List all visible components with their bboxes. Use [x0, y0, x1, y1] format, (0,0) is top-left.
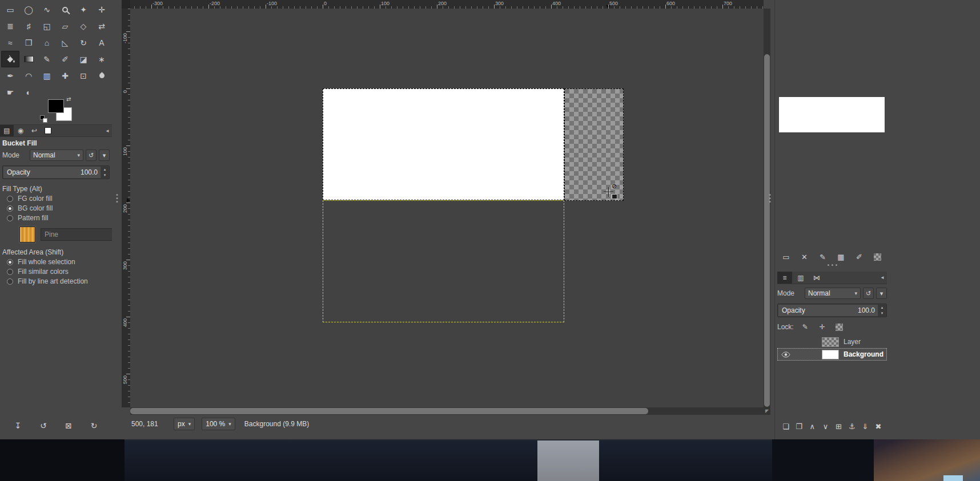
horizontal-scroll-thumb[interactable]	[130, 408, 648, 414]
layer-mode-select[interactable]: Normal ▾	[805, 288, 861, 299]
swap-colors-icon[interactable]: ⇄	[66, 96, 71, 102]
opacity-spinner[interactable]: ▴▾	[101, 167, 109, 178]
zoom-select[interactable]: 100 % ▾	[202, 418, 235, 430]
radio-fill-type-bg-color-fill[interactable]: BG color fill	[7, 204, 112, 212]
layer-mode-reset-button[interactable]: ↺	[863, 288, 874, 299]
layer-opacity-slider[interactable]: Opacity 100.0 ▴▾	[777, 304, 887, 317]
tool-perspective-clone[interactable]: ⊡	[74, 67, 93, 84]
tool-handle-transform[interactable]: ◇	[74, 18, 93, 34]
rectangle-icon-button[interactable]: ▭	[780, 250, 793, 263]
tool-rectangle-select[interactable]: ▭	[1, 1, 19, 18]
layer-row-layer[interactable]: Layer	[777, 336, 887, 348]
anchor-layer-button[interactable]: ⚓	[846, 420, 858, 433]
tool-ellipse-select[interactable]: ◯	[19, 1, 38, 18]
layer-thumbnail[interactable]	[822, 337, 839, 347]
save-tool-preset-button[interactable]: ↧	[10, 419, 25, 433]
edit-icon-button[interactable]: ✎	[816, 250, 829, 263]
default-colors-icon[interactable]	[40, 115, 49, 124]
tool-alignment[interactable]: ≣	[1, 18, 19, 34]
tab-tool-options[interactable]: ▤	[0, 125, 14, 136]
radio-affected-fill-by-line-art-detection[interactable]: Fill by line art detection	[7, 277, 112, 285]
layers-dock-menu-button[interactable]: ◄	[878, 272, 887, 284]
lock-pixels-icon[interactable]: ✎	[800, 322, 811, 332]
tool-flip[interactable]: ⇄	[93, 18, 111, 34]
tool-eraser[interactable]: ◪	[74, 51, 93, 67]
new-layer-button[interactable]: ❏	[780, 420, 792, 433]
grid-view-icon-button[interactable]: ▦	[834, 250, 848, 263]
dock-menu-button[interactable]: ◄	[103, 125, 112, 136]
mode-select[interactable]: Normal ▾	[30, 149, 83, 161]
reset-tool-options-button[interactable]: ↻	[87, 419, 102, 433]
radio-fill-type-fg-color-fill[interactable]: FG color fill	[7, 195, 112, 203]
lower-layer-button[interactable]: ∨	[819, 420, 832, 433]
restore-tool-preset-button[interactable]: ↺	[36, 419, 51, 433]
tool-dodge-burn[interactable]: ◐	[19, 84, 38, 100]
right-dock-splitter[interactable]	[765, 0, 774, 439]
lock-position-icon[interactable]: ✛	[817, 322, 828, 332]
raise-layer-button[interactable]: ∧	[806, 420, 818, 433]
layer-row-background[interactable]: Background	[777, 348, 887, 361]
delete-tool-preset-button[interactable]: ⊠	[61, 419, 76, 433]
tool-unified-transform[interactable]: ◱	[38, 18, 56, 34]
tab-paths[interactable]: ⋈	[809, 272, 824, 284]
tool-shear[interactable]: ▱	[56, 18, 74, 34]
tool-ink[interactable]: ✒	[1, 67, 19, 84]
lock-alpha-icon[interactable]	[834, 322, 845, 332]
tool-3d-transform[interactable]: ❒	[19, 34, 38, 51]
tool-warp-transform[interactable]: ≈	[1, 34, 19, 51]
tool-gradient[interactable]	[19, 51, 38, 67]
tool-airbrush[interactable]: ∗	[93, 51, 111, 67]
new-group-button[interactable]: ❐	[793, 420, 805, 433]
tab-channels[interactable]: ▥	[793, 272, 808, 284]
visibility-toggle[interactable]	[777, 351, 794, 358]
image-white-region[interactable]	[323, 88, 564, 200]
tool-zoom[interactable]	[56, 1, 74, 18]
tab-undo-history[interactable]: ↩	[27, 125, 41, 136]
radio-affected-fill-similar-colors[interactable]: Fill similar colors	[7, 268, 112, 276]
tool-fuzzy-select[interactable]: ✦	[74, 1, 93, 18]
splitter-grip-icon[interactable]	[116, 194, 118, 203]
horizontal-scrollbar[interactable]	[130, 407, 764, 415]
tool-cage-transform[interactable]: ⌂	[38, 34, 56, 51]
pattern-icon-button[interactable]	[871, 250, 884, 263]
tool-smudge[interactable]: ☛	[1, 84, 19, 100]
opacity-spinner[interactable]: ▴▾	[878, 305, 886, 316]
merge-down-button[interactable]: ⇓	[859, 420, 871, 433]
tab-pointer[interactable]: ◉	[14, 125, 27, 136]
tool-pencil[interactable]: ✎	[38, 51, 56, 67]
duplicate-layer-button[interactable]: ⊞	[833, 420, 845, 433]
radio-affected-fill-whole-selection[interactable]: Fill whole selection	[7, 258, 112, 266]
delete-layer-button[interactable]: ✖	[872, 420, 885, 433]
canvas-viewport[interactable]: ⊘	[130, 9, 764, 407]
tab-fg-bg-color[interactable]	[41, 125, 55, 136]
mode-menu-button[interactable]: ▾	[99, 149, 110, 161]
splitter-grip-icon[interactable]	[769, 194, 770, 203]
radio-fill-type-pattern-fill[interactable]: Pattern fill	[7, 214, 112, 222]
tool-text[interactable]: A	[93, 34, 111, 51]
tool-clone[interactable]: ▥	[38, 67, 56, 84]
layer-thumbnail[interactable]	[822, 350, 839, 359]
layer-mode-menu-button[interactable]: ▾	[876, 288, 887, 299]
foreground-color-swatch[interactable]	[48, 99, 64, 113]
tool-blur-sharpen[interactable]	[93, 67, 111, 84]
tool-perspective[interactable]: ◺	[56, 34, 74, 51]
tool-paintbrush[interactable]: ✐	[56, 51, 74, 67]
pattern-swatch[interactable]	[19, 227, 35, 242]
tool-mypaint-brush[interactable]: ◠	[19, 67, 38, 84]
opacity-slider[interactable]: Opacity 100.0 ▴▾	[2, 165, 110, 179]
desktop-gray-patch	[537, 440, 599, 481]
tool-rotate[interactable]: ↻	[74, 34, 93, 51]
tool-heal[interactable]: ✚	[56, 67, 74, 84]
tool-crop[interactable]: ♯	[19, 18, 38, 34]
left-dock-splitter[interactable]	[112, 0, 122, 439]
brush-icon-button[interactable]: ✐	[853, 250, 866, 263]
tab-layers[interactable]: ≡	[777, 272, 792, 284]
tool-bucket-fill[interactable]	[1, 51, 19, 67]
unit-select[interactable]: px ▾	[174, 418, 195, 430]
mode-reset-button[interactable]: ↺	[86, 149, 97, 161]
ruler-corner[interactable]	[122, 0, 130, 9]
close-icon-button[interactable]: ✕	[798, 250, 811, 263]
tool-free-select[interactable]: ∿	[38, 1, 56, 18]
tool-move[interactable]: ✛	[93, 1, 111, 18]
dock-resize-handle[interactable]	[775, 264, 889, 266]
